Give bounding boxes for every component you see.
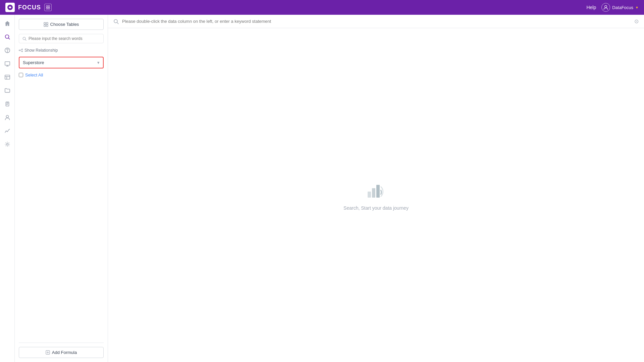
empty-state-icon: [366, 180, 386, 201]
app-title: FOCUS: [18, 4, 41, 11]
svg-rect-4: [48, 8, 50, 9]
nav-help[interactable]: [1, 44, 13, 56]
topbar: FOCUS Help DataFocus ▼: [0, 0, 644, 15]
search-input[interactable]: [29, 36, 100, 41]
nav-clipboard[interactable]: [1, 98, 13, 110]
svg-rect-37: [368, 192, 371, 198]
choose-tables-icon: [44, 22, 48, 27]
show-relationship[interactable]: Show Relationship: [19, 48, 104, 53]
logo-icon: [5, 3, 15, 12]
nav-search[interactable]: [1, 31, 13, 43]
search-clear-icon[interactable]: ⊙: [634, 18, 639, 24]
user-chevron-icon: ▼: [635, 6, 639, 9]
empty-state-text: Search, Start your data journey: [343, 205, 409, 211]
svg-point-20: [6, 143, 8, 145]
svg-rect-10: [5, 62, 9, 65]
main-search-icon: [113, 19, 119, 24]
svg-line-7: [8, 38, 10, 39]
svg-line-31: [20, 51, 22, 51]
svg-rect-22: [46, 22, 48, 24]
expand-button[interactable]: [44, 4, 52, 11]
user-avatar: [601, 3, 610, 12]
svg-point-28: [22, 49, 23, 50]
add-formula-icon: [46, 350, 50, 355]
svg-rect-23: [44, 25, 46, 27]
search-box: [19, 34, 104, 43]
nav-table[interactable]: [1, 71, 13, 83]
select-all-row: Select All: [19, 71, 104, 79]
icon-nav: [0, 15, 15, 362]
main-layout: Choose Tables Show Relationship Supersto…: [0, 15, 644, 362]
svg-point-9: [7, 52, 7, 52]
svg-point-19: [6, 115, 8, 118]
svg-rect-21: [44, 22, 46, 24]
side-panel: Choose Tables Show Relationship Supersto…: [15, 15, 108, 362]
main-content: ⊙ Search, Start your data journey: [108, 15, 644, 362]
svg-rect-13: [5, 75, 9, 80]
user-menu[interactable]: DataFocus ▼: [601, 3, 639, 12]
user-name: DataFocus: [612, 5, 633, 10]
svg-rect-39: [376, 185, 380, 198]
search-icon: [22, 37, 26, 41]
nav-board[interactable]: [1, 58, 13, 70]
nav-folder[interactable]: [1, 85, 13, 97]
relationship-icon: [19, 48, 23, 52]
side-panel-bottom: Add Formula: [19, 343, 104, 358]
choose-tables-label: Choose Tables: [50, 22, 79, 27]
table-item-chevron-icon: ▾: [97, 60, 100, 65]
choose-tables-button[interactable]: Choose Tables: [19, 19, 104, 30]
svg-line-30: [20, 50, 22, 50]
main-search-input[interactable]: [122, 19, 631, 24]
nav-settings[interactable]: [1, 138, 13, 150]
svg-line-26: [25, 39, 26, 40]
svg-rect-2: [48, 6, 50, 7]
main-search-bar: ⊙: [108, 15, 644, 28]
select-all-label[interactable]: Select All: [25, 72, 43, 77]
select-all-checkbox[interactable]: [19, 73, 23, 77]
svg-rect-3: [46, 8, 48, 9]
svg-rect-24: [46, 25, 48, 27]
nav-user[interactable]: [1, 111, 13, 123]
show-relationship-label: Show Relationship: [24, 48, 58, 53]
topbar-right: Help DataFocus ▼: [586, 3, 639, 12]
nav-analytics[interactable]: [1, 125, 13, 137]
nav-home[interactable]: [1, 17, 13, 30]
svg-point-29: [22, 51, 23, 52]
add-formula-button[interactable]: Add Formula: [19, 347, 104, 358]
topbar-left: FOCUS: [5, 3, 52, 12]
svg-line-36: [117, 22, 118, 24]
svg-point-27: [19, 50, 20, 51]
svg-point-5: [605, 5, 607, 7]
table-item-superstore[interactable]: Superstore ▾: [19, 57, 104, 68]
help-button[interactable]: Help: [586, 5, 596, 10]
empty-state: Search, Start your data journey: [108, 28, 644, 362]
svg-rect-1: [46, 6, 48, 7]
svg-point-6: [5, 35, 9, 39]
add-formula-label: Add Formula: [52, 350, 77, 355]
table-item-name: Superstore: [23, 60, 44, 65]
svg-rect-38: [372, 188, 375, 198]
